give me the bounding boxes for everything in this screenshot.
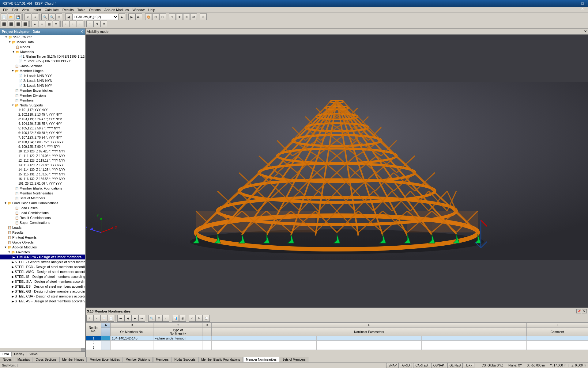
tree-item-scomb[interactable]: ▶ 📋 Super Combinations	[0, 220, 85, 225]
tab-sets-of-members[interactable]: Sets of Members	[280, 357, 308, 362]
tree-item-steel-gb[interactable]: ▶ STEEL GB - Design of steel members acc…	[0, 289, 85, 294]
bt-delete-row[interactable]: -	[93, 315, 100, 322]
tree-item-lcomb[interactable]: ▶ 📋 Load Combinations	[0, 210, 85, 215]
tree-item-ns11[interactable]: 11: 111,122; Z 109.06 °; YYY NYY	[0, 154, 85, 158]
tree-item-ns5[interactable]: 5: 105,121; Z 50.2 °; YYY NYY	[0, 126, 85, 131]
tab-cross-sections[interactable]: Cross-Sections	[33, 357, 59, 362]
bt-paste[interactable]: 📄	[107, 315, 114, 322]
tb-result-disp[interactable]: ~	[86, 21, 93, 27]
tb-front[interactable]: ⬛	[1, 21, 7, 27]
tab-materials[interactable]: Materials	[15, 357, 33, 362]
tree-item-cross-sections[interactable]: ▶ 📋 Cross-Sections	[0, 63, 85, 68]
tree-item-steel-bs[interactable]: ▶ STEEL BS - Design of steel members acc…	[0, 284, 85, 289]
nav-tree[interactable]: ▼ 📁 SSP_Church ▼ 📂 Model Data	[0, 35, 85, 348]
tb-result-force[interactable]: N	[93, 21, 100, 27]
nav-close[interactable]: ✕	[80, 29, 83, 34]
tab-nodes[interactable]: Nodes	[0, 357, 14, 362]
tb-save[interactable]: 💾	[15, 13, 21, 20]
tree-item-member-divisions[interactable]: ▶ 📋 Member Divisions	[0, 93, 85, 98]
tree-item-timber-pro[interactable]: ▶ TIMBER Pro - Design of timber members	[0, 255, 85, 259]
tree-item-ns10[interactable]: 10: 110,126; Z 99.425 °; YYY NYY	[0, 149, 85, 154]
tree-item-materials[interactable]: ▼ 📂 Materials	[0, 49, 85, 54]
tb-load-surface[interactable]: ↓	[77, 21, 83, 27]
menu-window[interactable]: Window	[131, 7, 146, 12]
tree-item-hinge2[interactable]: 📄 2: Local: NNN NYN	[0, 78, 85, 83]
tb-node[interactable]: ●	[32, 21, 38, 27]
tb-run[interactable]: ▶	[128, 13, 135, 20]
tb-rotate[interactable]: ↻	[183, 13, 190, 20]
tree-item-ns15[interactable]: 15: 115,131; Z 153.53 °; YYY NYY	[0, 172, 85, 177]
tree-item-member-eccentricities[interactable]: ▶ 📋 Member Eccentricities	[0, 88, 85, 93]
tab-nodal-supports[interactable]: Nodal Supports	[172, 357, 198, 362]
tree-item-som[interactable]: ▶ 📋 Sets of Members	[0, 196, 85, 201]
bt-sort[interactable]: ↕	[162, 315, 169, 322]
tree-item-lcc[interactable]: ▼ 📂 Load Cases and Combinations	[0, 201, 85, 205]
close-button[interactable]: ✕	[579, 6, 586, 12]
menu-table[interactable]: Table	[75, 7, 87, 12]
tb-next[interactable]: ▶	[119, 13, 125, 20]
tb-lc-combo[interactable]: LC30 - wk,0°,(+0,2)	[72, 14, 118, 20]
tree-item-favorites[interactable]: ▼ 📂 Favorites	[0, 250, 85, 255]
tree-item-ns13[interactable]: 13: 113,129; Z 129.8 °; YYY NYY	[0, 163, 85, 167]
menu-calculate[interactable]: Calculate	[43, 7, 61, 12]
table-row[interactable]: 2	[86, 341, 588, 345]
tree-item-ns3[interactable]: 3: 103,119; Z 26.47 °; YYY NYV	[0, 117, 85, 121]
bt-prev-row[interactable]: ◀	[124, 315, 131, 322]
tb-fit[interactable]: ⊞	[55, 13, 62, 20]
tb-load-member[interactable]: ↓	[70, 21, 76, 27]
tb-open[interactable]: 📂	[8, 13, 14, 20]
tb-move[interactable]: ✥	[176, 13, 183, 20]
left-tab-data[interactable]: Data	[0, 352, 12, 357]
status-grid-btn[interactable]: GRID	[400, 363, 412, 368]
tree-item-ns6[interactable]: 6: 106,122; Z 60.88 °; YYY NYY	[0, 131, 85, 135]
status-osnap-btn[interactable]: OSNAP	[431, 363, 446, 368]
tab-member-divisions[interactable]: Member Divisions	[123, 357, 153, 362]
tb-surface[interactable]: ▦	[46, 21, 52, 27]
tree-item-ns12[interactable]: 12: 112,128; Z 119.12 °; YYY NYY	[0, 158, 85, 163]
bottom-close-btn[interactable]: ✕	[582, 309, 587, 313]
tree-item-nodal-supports[interactable]: ▼ 📂 Nodal Supports	[0, 103, 85, 108]
bt-first[interactable]: ⏮	[117, 315, 124, 322]
tree-item-mef[interactable]: ▶ 📋 Member Elastic Foundations	[0, 186, 85, 191]
menu-edit[interactable]: Edit	[10, 7, 20, 12]
tree-item-steel-sia[interactable]: ▶ STEEL SIA - Design of steel members ac…	[0, 279, 85, 284]
tree-item-results[interactable]: ▶ 📋 Results	[0, 230, 85, 235]
tb-top[interactable]: ⬛	[8, 21, 14, 27]
tb-support[interactable]: ▼	[53, 21, 59, 27]
tb-result-stress[interactable]: σ	[100, 21, 107, 27]
bt-formula[interactable]: fx	[196, 315, 203, 322]
tb-iso[interactable]: ⬛	[22, 21, 28, 27]
tb-render[interactable]: 🎨	[145, 13, 152, 20]
tb-run-all[interactable]: ⏭	[135, 13, 142, 20]
tree-item-member-hinges[interactable]: ▼ 📂 Member Hinges	[0, 68, 85, 73]
tab-member-eccentricities[interactable]: Member Eccentricities	[87, 357, 123, 362]
menu-addon[interactable]: Add-on Modules	[103, 7, 131, 12]
tree-item-addon[interactable]: ▼ 📂 Add-on Modules	[0, 245, 85, 250]
tb-delete[interactable]: ✕	[200, 13, 207, 20]
tree-item-ns8[interactable]: 8: 108,124; Z 80.575 °; YYY NYY	[0, 140, 85, 144]
tree-item-mat1[interactable]: 📄 2: Glulam Timber GL24h | DIN EN 1995-1…	[0, 54, 85, 59]
tree-item-loads[interactable]: ▶ 📋 Loads	[0, 225, 85, 230]
tree-item-ns9[interactable]: 9: 109,125; Z 90.0 °; YYY NYY	[0, 144, 85, 149]
tree-item-printout[interactable]: ▶ 📋 Printout Reports	[0, 235, 85, 240]
tree-item-rcomb[interactable]: ▶ 📋 Result Combinations	[0, 215, 85, 220]
status-glines-btn[interactable]: GLINES	[447, 363, 463, 368]
tree-item-guide[interactable]: ▶ 📋 Guide Objects	[0, 240, 85, 245]
tb-beam[interactable]: ━	[39, 21, 45, 27]
tb-zoom-in[interactable]: 🔍	[41, 13, 48, 20]
tree-item-mat2[interactable]: 📄 7: Steel S 355 | DIN 18800:1990-11	[0, 59, 85, 63]
tb-prev[interactable]: ◀	[65, 13, 72, 20]
left-tab-views[interactable]: Views	[27, 352, 40, 357]
tab-member-elastic-foundations[interactable]: Member Elastic Foundations	[198, 357, 243, 362]
viewport[interactable]: Visibility mode ✕	[86, 29, 588, 357]
bt-copy[interactable]: 📋	[100, 315, 107, 322]
tree-item-ns14[interactable]: 14: 114,130; Z 141.25 °; YYY NYY	[0, 167, 85, 172]
tb-zoom-out[interactable]: 🔍	[48, 13, 55, 20]
tree-item-ns17[interactable]: 101: 25,32; Z 61.06 °; YYY YYY	[0, 181, 85, 186]
3d-canvas[interactable]: X Y Z	[86, 35, 588, 308]
bt-last[interactable]: ⏭	[138, 315, 145, 322]
menu-options[interactable]: Options	[87, 7, 103, 12]
table-row[interactable]: 1 134-140,142-145 Failure under tension	[86, 336, 588, 341]
tree-item-ns16[interactable]: 16: 116,132; Z 166.55 °; YYY NYY	[0, 177, 85, 181]
menu-view[interactable]: View	[20, 7, 31, 12]
